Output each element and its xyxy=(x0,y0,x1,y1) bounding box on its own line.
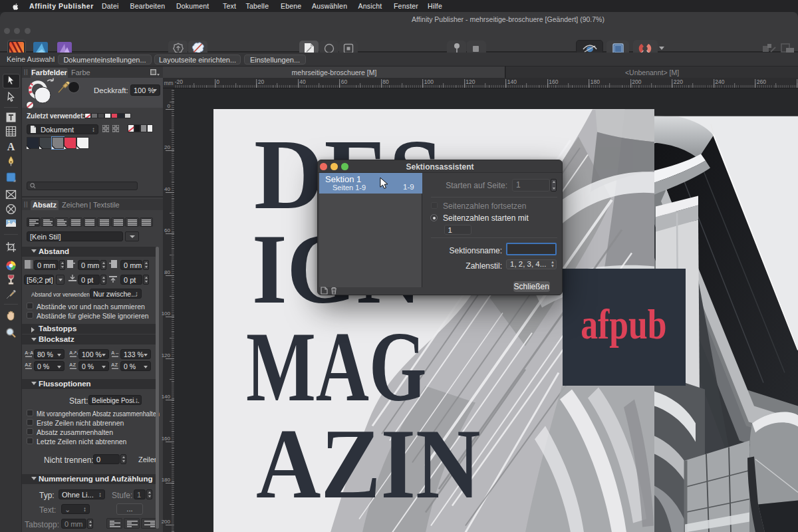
svg-text:AZ: AZ xyxy=(111,362,118,368)
svg-text:A: A xyxy=(7,141,15,152)
svg-text:A↗A: A↗A xyxy=(69,350,78,356)
svg-text:AZ: AZ xyxy=(69,362,76,368)
svg-text:A·A: A·A xyxy=(25,350,33,356)
svg-text:AZ: AZ xyxy=(25,362,31,368)
svg-text:A↔A: A↔A xyxy=(111,350,120,356)
